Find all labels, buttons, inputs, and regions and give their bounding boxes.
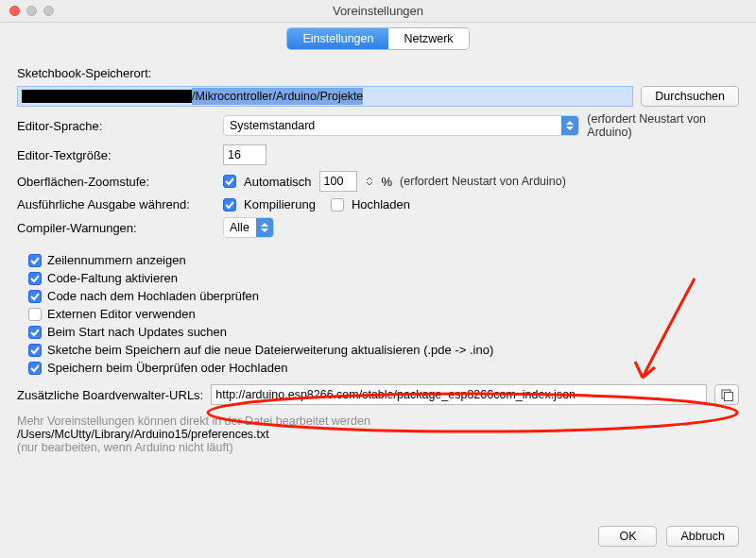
- boards-url-input[interactable]: http://arduino.esp8266.com/stable/packag…: [211, 384, 707, 405]
- linenumbers-checkbox[interactable]: [28, 254, 42, 267]
- close-icon[interactable]: [9, 6, 20, 16]
- cancel-button[interactable]: Abbruch: [666, 526, 739, 547]
- maximize-icon: [43, 6, 54, 16]
- more-prefs-info: Mehr Voreinstellungen können direkt in d…: [17, 414, 739, 454]
- chevron-updown-icon[interactable]: [365, 177, 374, 186]
- save-on-verify-label: Speichern beim Überprüfen oder Hochladen: [47, 361, 287, 375]
- editor-language-value: Systemstandard: [230, 119, 315, 132]
- editor-language-select[interactable]: Systemstandard: [223, 115, 579, 136]
- editor-language-hint: (erfordert Neustart von Arduino): [587, 112, 739, 139]
- verify-after-upload-checkbox[interactable]: [28, 290, 42, 303]
- window-icon: [720, 388, 733, 401]
- sketchbook-path-suffix: /Mikrocontroller/Arduino/Projekte: [192, 88, 363, 105]
- warnings-value: Alle: [230, 221, 249, 234]
- minimize-icon: [26, 6, 37, 16]
- window-title: Voreinstellungen: [333, 4, 423, 18]
- svg-rect-1: [725, 393, 733, 401]
- editor-language-label: Editor-Sprache:: [17, 119, 215, 133]
- zoom-hint: (erfordert Neustart von Arduino): [400, 175, 566, 188]
- check-updates-label: Beim Start nach Updates suchen: [47, 325, 227, 339]
- verbose-compile-checkbox[interactable]: [223, 198, 236, 211]
- settings-panel: Sketchbook-Speicherort: /Mikrocontroller…: [0, 53, 756, 513]
- folding-checkbox[interactable]: [28, 272, 42, 285]
- sketchbook-path-input[interactable]: /Mikrocontroller/Arduino/Projekte: [17, 86, 633, 107]
- update-ext-checkbox[interactable]: [28, 344, 42, 357]
- tab-settings[interactable]: Einstellungen: [287, 28, 388, 49]
- more-prefs-path: /Users/McUtty/Library/Arduino15/preferen…: [17, 428, 739, 441]
- zoom-pct-icon: [365, 177, 374, 186]
- boards-url-label: Zusätzliche Boardverwalter-URLs:: [17, 388, 203, 402]
- more-prefs-line1: Mehr Voreinstellungen können direkt in d…: [17, 414, 739, 428]
- verbose-upload-checkbox[interactable]: [331, 198, 344, 211]
- verbose-upload-label: Hochladen: [352, 197, 410, 211]
- chevron-updown-icon: [561, 116, 578, 135]
- verify-after-upload-label: Code nach dem Hochladen überprüfen: [47, 289, 259, 303]
- editor-fontsize-label: Editor-Textgröße:: [17, 148, 215, 162]
- zoom-label: Oberflächen-Zoomstufe:: [17, 175, 215, 189]
- external-editor-checkbox[interactable]: [28, 308, 42, 321]
- zoom-automatic-label: Automatisch: [244, 175, 312, 189]
- redacted-path-prefix: [22, 90, 192, 103]
- zoom-value-input[interactable]: 100: [319, 171, 357, 192]
- warnings-select[interactable]: Alle: [223, 217, 274, 238]
- ok-button[interactable]: OK: [598, 526, 657, 547]
- titlebar: Voreinstellungen: [0, 0, 756, 23]
- folding-label: Code-Faltung aktivieren: [47, 271, 178, 285]
- boards-url-expand-button[interactable]: [714, 384, 739, 405]
- dialog-footer: OK Abbruch: [598, 526, 739, 547]
- warnings-label: Compiler-Warnungen:: [17, 221, 215, 235]
- chevron-updown-icon: [256, 218, 273, 237]
- tab-bar: Einstellungen Netzwerk: [0, 23, 756, 53]
- check-updates-checkbox[interactable]: [28, 326, 42, 339]
- save-on-verify-checkbox[interactable]: [28, 362, 42, 375]
- linenumbers-label: Zeilennummern anzeigen: [47, 253, 186, 267]
- external-editor-label: Externen Editor verwenden: [47, 307, 196, 321]
- browse-button[interactable]: Durchsuchen: [641, 86, 739, 107]
- editor-fontsize-input[interactable]: 16: [223, 144, 266, 165]
- verbose-compile-label: Kompilierung: [244, 197, 316, 211]
- sketchbook-label: Sketchbook-Speicherort:: [17, 66, 739, 80]
- zoom-automatic-checkbox[interactable]: [223, 175, 236, 188]
- window-controls: [9, 6, 54, 16]
- more-prefs-line3: (nur bearbeiten, wenn Arduino nicht läuf…: [17, 441, 739, 454]
- verbose-label: Ausführliche Ausgabe während:: [17, 197, 215, 211]
- tab-network[interactable]: Netzwerk: [388, 28, 468, 49]
- zoom-pct-label: %: [382, 175, 393, 189]
- update-ext-label: Sketche beim Speichern auf die neue Date…: [47, 343, 493, 357]
